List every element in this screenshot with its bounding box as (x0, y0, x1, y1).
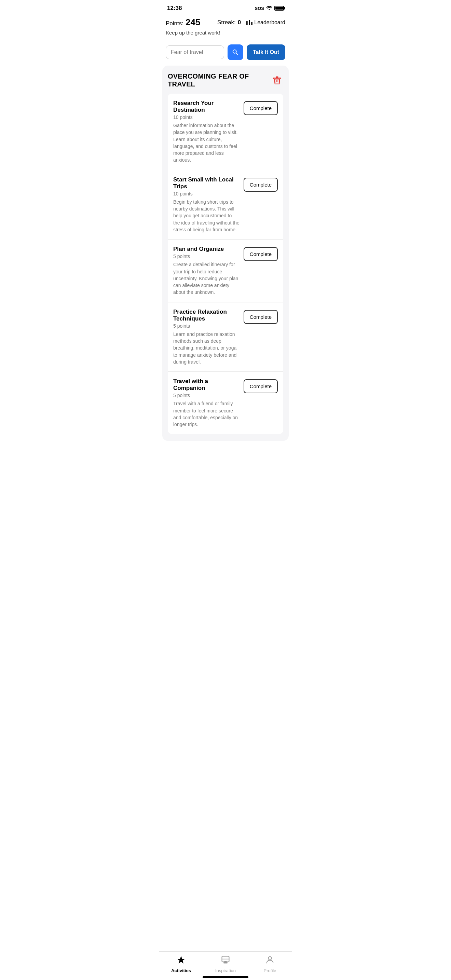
wifi-icon (266, 5, 272, 11)
complete-button[interactable]: Complete (244, 310, 278, 324)
points-label: Points: (166, 20, 183, 27)
complete-button[interactable]: Complete (244, 178, 278, 192)
battery-icon (274, 6, 284, 11)
status-icons: SOS (255, 5, 284, 11)
activity-description: Learn and practice relaxation methods su… (173, 331, 240, 365)
search-input[interactable] (171, 49, 219, 56)
activity-description: Gather information about the place you a… (173, 122, 240, 164)
activity-description: Travel with a friend or family member to… (173, 400, 240, 428)
search-button[interactable] (227, 45, 243, 60)
activity-card: OVERCOMING FEAR OF TRAVEL Research Your … (162, 65, 289, 441)
activity-content: Research Your Destination 10 points Gath… (173, 100, 240, 164)
activity-title: Travel with a Companion (173, 378, 240, 391)
talk-it-out-button[interactable]: Talk It Out (247, 45, 285, 60)
leaderboard-icon (246, 20, 252, 25)
activity-content: Start Small with Local Trips 10 points B… (173, 176, 240, 233)
activity-description: Begin by taking short trips to nearby de… (173, 199, 240, 233)
activity-description: Create a detailed itinerary for your tri… (173, 261, 240, 296)
activity-content: Travel with a Companion 5 points Travel … (173, 378, 240, 428)
complete-button[interactable]: Complete (244, 379, 278, 393)
card-header: OVERCOMING FEAR OF TRAVEL (168, 72, 283, 88)
streak-label: Streak: (217, 19, 236, 26)
motivational-text: Keep up the great work! (166, 30, 285, 35)
activity-points: 5 points (173, 393, 240, 398)
activity-points: 5 points (173, 253, 240, 259)
svg-rect-0 (246, 21, 248, 25)
leaderboard-label: Leaderboard (254, 19, 285, 25)
activity-content: Practice Relaxation Techniques 5 points … (173, 309, 240, 365)
delete-button[interactable] (271, 74, 283, 86)
search-row: Talk It Out (159, 45, 292, 65)
leaderboard-button[interactable]: Leaderboard (246, 19, 285, 25)
activity-item: Practice Relaxation Techniques 5 points … (168, 302, 283, 372)
header: Points: 245 Streak: 0 Leaderboard K (159, 14, 292, 45)
complete-button[interactable]: Complete (244, 101, 278, 115)
streak-value: 0 (238, 19, 241, 26)
status-time: 12:38 (167, 5, 182, 12)
search-input-container[interactable] (166, 45, 224, 59)
activity-title: Start Small with Local Trips (173, 176, 240, 190)
activity-title: Plan and Organize (173, 246, 240, 253)
activity-points: 5 points (173, 323, 240, 329)
activity-points: 10 points (173, 191, 240, 196)
activity-points: 10 points (173, 115, 240, 120)
activity-title: Practice Relaxation Techniques (173, 309, 240, 322)
activity-item: Start Small with Local Trips 10 points B… (168, 170, 283, 240)
card-title: OVERCOMING FEAR OF TRAVEL (168, 72, 271, 88)
trash-icon (272, 75, 282, 85)
activity-content: Plan and Organize 5 points Create a deta… (173, 246, 240, 296)
status-bar: 12:38 SOS (159, 0, 292, 14)
svg-rect-2 (251, 22, 253, 25)
svg-rect-1 (249, 20, 250, 25)
sos-indicator: SOS (255, 6, 264, 11)
activity-item: Travel with a Companion 5 points Travel … (168, 372, 283, 434)
activity-item: Research Your Destination 10 points Gath… (168, 94, 283, 170)
right-header: Streak: 0 Leaderboard (217, 19, 285, 26)
activity-item: Plan and Organize 5 points Create a deta… (168, 240, 283, 302)
streak-section: Streak: 0 (217, 19, 241, 26)
points-value: 245 (186, 17, 200, 28)
search-icon (232, 49, 239, 56)
complete-button[interactable]: Complete (244, 247, 278, 261)
points-streak-row: Points: 245 Streak: 0 Leaderboard (166, 17, 285, 28)
activity-title: Research Your Destination (173, 100, 240, 113)
activity-list: Research Your Destination 10 points Gath… (168, 94, 283, 434)
